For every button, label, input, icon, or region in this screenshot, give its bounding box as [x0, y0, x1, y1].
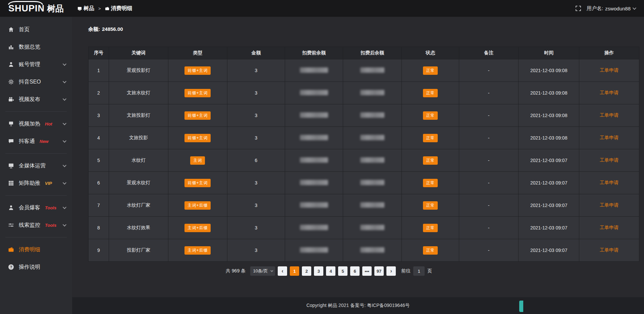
- cell-time: 2021-12-03 09:08: [519, 82, 579, 104]
- col-header-index: 序号: [89, 47, 109, 59]
- cell-time: 2021-12-03 09:07: [519, 217, 579, 239]
- cell-time: 2021-12-03 09:08: [519, 59, 579, 82]
- cell-time: 2021-12-03 09:07: [519, 172, 579, 194]
- page-button[interactable]: 5: [338, 266, 347, 276]
- topbar: SHUPIN 树品 树品 > 消费明细 用户名: zswodun88: [0, 0, 644, 17]
- cell-time: 2021-12-03 09:08: [519, 127, 579, 149]
- cell-remark: -: [459, 239, 519, 262]
- wallet-icon: [8, 247, 14, 253]
- goto-page-input[interactable]: [413, 266, 425, 276]
- type-badge: 前缀+主词: [184, 66, 211, 75]
- page-button[interactable]: 4: [326, 266, 335, 276]
- cell-type: 前缀+主词: [168, 127, 227, 149]
- cell-index: 7: [89, 194, 109, 217]
- cell-remark: -: [459, 149, 519, 172]
- logo-text-en: SHUPIN: [8, 3, 45, 14]
- breadcrumb: 树品 > 消费明细: [77, 5, 132, 12]
- table-row: 8水纹灯效果主词+后缀3正常-2021-12-03 09:07工单申请: [89, 217, 639, 239]
- sidebar-item-douyin-seo[interactable]: 抖音SEO: [0, 73, 72, 91]
- table-row: 1景观投影灯前缀+主词3正常-2021-12-03 09:08工单申请: [89, 59, 639, 82]
- chevron-down-icon: [63, 80, 66, 83]
- cell-action: 工单申请: [579, 59, 639, 82]
- cell-type: 主词+后缀: [168, 194, 227, 217]
- page-button[interactable]: 3: [314, 266, 323, 276]
- cell-amount: 3: [227, 172, 285, 194]
- cell-keyword: 文旅水纹灯: [109, 82, 168, 104]
- next-page-button[interactable]: ›: [386, 266, 396, 276]
- username-label: 用户名:: [587, 5, 603, 12]
- app-logo: SHUPIN 树品: [0, 0, 72, 17]
- sidebar-item-consumption-detail[interactable]: 消费明细: [0, 241, 72, 258]
- work-order-link[interactable]: 工单申请: [600, 90, 619, 95]
- cell-balance-after: [343, 59, 402, 82]
- sidebar-item-label: 操作说明: [19, 264, 40, 271]
- col-header-balance-after: 扣费后余额: [343, 47, 402, 59]
- user-menu[interactable]: 用户名: zswodun88: [587, 5, 635, 12]
- cell-index: 8: [89, 217, 109, 239]
- redacted-value: [360, 135, 384, 140]
- sidebar-item-home[interactable]: 首页: [0, 21, 72, 38]
- work-order-link[interactable]: 工单申请: [600, 247, 619, 253]
- screen-icon: [77, 6, 82, 11]
- tools-tag: Tools: [45, 223, 56, 228]
- sidebar-item-data-overview[interactable]: 数据总览: [0, 38, 72, 56]
- more-pages-button[interactable]: •••: [362, 266, 372, 276]
- page-button[interactable]: 1: [290, 266, 299, 276]
- sidebar-item-member-burst[interactable]: 会员爆客 Tools: [0, 199, 72, 216]
- cell-amount: 3: [227, 82, 285, 104]
- redacted-value: [300, 67, 328, 73]
- page-button[interactable]: 2: [302, 266, 311, 276]
- monitor-icon: [8, 163, 14, 169]
- chevron-down-icon: [270, 269, 273, 272]
- work-order-link[interactable]: 工单申请: [600, 202, 619, 208]
- cell-status: 正常: [402, 149, 459, 172]
- cell-balance-after: [343, 217, 402, 239]
- table-row: 5水纹灯主词6正常-2021-12-03 09:07工单申请: [89, 149, 639, 172]
- breadcrumb-item-current[interactable]: 消费明细: [105, 5, 132, 12]
- sidebar-item-label: 首页: [19, 26, 30, 33]
- sidebar-item-matrix-boost[interactable]: 矩阵助推 VIP: [0, 174, 72, 192]
- work-order-link[interactable]: 工单申请: [600, 135, 619, 140]
- sidebar-item-doketong[interactable]: 抖客通 New: [0, 133, 72, 150]
- cell-keyword: 景观投影灯: [109, 59, 168, 82]
- work-order-link[interactable]: 工单申请: [600, 112, 619, 118]
- sidebar-item-video-heat[interactable]: 视频加热 Hot: [0, 115, 72, 133]
- chevron-down-icon: [63, 97, 66, 101]
- cell-balance-before: [285, 194, 343, 217]
- cell-amount: 3: [227, 104, 285, 127]
- page-size-value: 10条/页: [253, 268, 268, 274]
- page-button[interactable]: 6: [350, 266, 360, 276]
- breadcrumb-item-home[interactable]: 树品: [77, 5, 94, 12]
- chat-widget-handle[interactable]: [519, 301, 523, 312]
- fullscreen-icon[interactable]: [575, 5, 581, 11]
- cell-index: 2: [89, 82, 109, 104]
- cell-type: 主词+后缀: [168, 217, 227, 239]
- sidebar-item-lead-monitor[interactable]: 线索监控 Tools: [0, 216, 72, 234]
- page-button[interactable]: 97: [374, 266, 384, 276]
- prev-page-button[interactable]: ‹: [278, 266, 287, 276]
- table-row: 4文旅投影前缀+主词3正常-2021-12-03 09:08工单申请: [89, 127, 639, 149]
- table-row: 9投影灯厂家主词+后缀3正常-2021-12-03 09:07工单申请: [89, 239, 639, 262]
- redacted-value: [300, 112, 328, 118]
- sidebar-item-account[interactable]: 账号管理: [0, 56, 72, 73]
- col-header-action: 操作: [579, 47, 639, 59]
- sidebar-item-label: 账号管理: [19, 61, 40, 68]
- sidebar-item-video-publish[interactable]: 视频发布: [0, 91, 72, 108]
- balance-label: 余额:: [88, 26, 100, 32]
- tools-tag: Tools: [45, 205, 56, 210]
- work-order-link[interactable]: 工单申请: [600, 157, 619, 163]
- col-header-keyword: 关键词: [109, 47, 168, 59]
- page-size-select[interactable]: 10条/页: [250, 266, 275, 276]
- work-order-link[interactable]: 工单申请: [600, 180, 619, 185]
- work-order-link[interactable]: 工单申请: [600, 225, 619, 230]
- topbar-right: 用户名: zswodun88: [575, 5, 644, 12]
- sidebar-item-label: 会员爆客: [19, 204, 40, 211]
- work-order-link[interactable]: 工单申请: [600, 67, 619, 73]
- type-badge: 主词+后缀: [184, 201, 211, 210]
- redacted-value: [360, 180, 384, 185]
- sidebar-item-label: 视频发布: [19, 96, 40, 103]
- cell-status: 正常: [402, 104, 459, 127]
- wallet-icon: [105, 6, 109, 11]
- sidebar-item-media-operation[interactable]: 全媒体运营: [0, 157, 72, 174]
- cell-action: 工单申请: [579, 239, 639, 262]
